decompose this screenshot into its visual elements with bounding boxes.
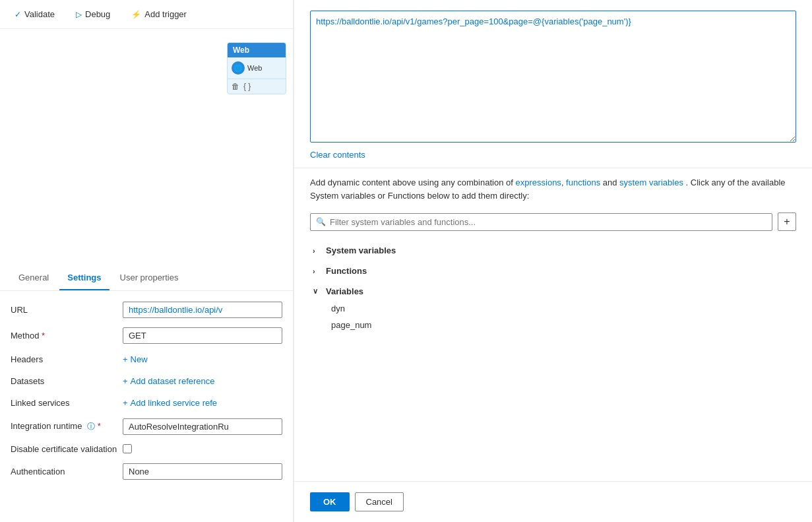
url-label: URL bbox=[11, 305, 123, 315]
clear-contents-button[interactable]: Clear contents bbox=[310, 147, 365, 162]
dynamic-info-text: Add dynamic content above using any comb… bbox=[310, 178, 513, 187]
expressions-link[interactable]: expressions bbox=[516, 178, 561, 187]
disable-cert-checkbox[interactable] bbox=[123, 444, 132, 453]
filter-row: 🔍 + bbox=[294, 207, 812, 236]
functions-link[interactable]: functions bbox=[566, 178, 600, 187]
debug-icon: ▷ bbox=[76, 10, 82, 19]
variables-header[interactable]: ∨ Variables bbox=[310, 282, 796, 300]
functions-chevron: › bbox=[313, 267, 322, 275]
linked-services-add-button[interactable]: + Add linked service refe bbox=[123, 397, 217, 409]
web-card-label: Web bbox=[247, 64, 262, 72]
url-textarea[interactable] bbox=[310, 11, 796, 143]
linked-services-label: Linked services bbox=[11, 398, 123, 408]
functions-header[interactable]: › Functions bbox=[310, 262, 796, 280]
functions-label: Functions bbox=[326, 266, 367, 276]
card-action-icons: 🗑 { } bbox=[228, 79, 286, 94]
form-area: URL Method Headers + New Datasets + Add … bbox=[0, 291, 293, 523]
plus-icon: + bbox=[123, 354, 128, 364]
tree-section-variables: ∨ Variables dyn page_num bbox=[310, 282, 796, 333]
add-trigger-label: Add trigger bbox=[144, 9, 187, 19]
tab-general[interactable]: General bbox=[11, 266, 57, 290]
headers-new-button[interactable]: + New bbox=[123, 353, 148, 366]
method-input[interactable] bbox=[123, 327, 282, 344]
web-card[interactable]: Web 🌐 Web 🗑 { } bbox=[227, 42, 286, 94]
variable-item-dyn[interactable]: dyn bbox=[328, 300, 796, 317]
search-icon: 🔍 bbox=[316, 217, 326, 226]
filter-input[interactable] bbox=[330, 217, 766, 227]
form-row-integration-runtime: Integration runtime ⓘ bbox=[11, 418, 282, 435]
form-row-method: Method bbox=[11, 327, 282, 344]
authentication-label: Authentication bbox=[11, 467, 123, 476]
system-variables-chevron: › bbox=[313, 247, 322, 255]
and-text: and bbox=[603, 178, 617, 187]
method-label: Method bbox=[11, 331, 123, 341]
variables-tree: › System variables › Functions ∨ Variabl… bbox=[294, 236, 812, 481]
globe-icon: 🌐 bbox=[232, 61, 245, 75]
validate-icon: ✓ bbox=[15, 10, 21, 19]
filter-input-container: 🔍 bbox=[310, 213, 772, 231]
debug-button[interactable]: ▷ Debug bbox=[72, 7, 114, 22]
web-card-header: Web bbox=[228, 43, 286, 57]
url-input[interactable] bbox=[123, 302, 282, 318]
web-card-body: 🌐 Web bbox=[228, 57, 286, 79]
authentication-input[interactable] bbox=[123, 463, 282, 480]
debug-label: Debug bbox=[85, 9, 110, 19]
toolbar: ✓ Validate ▷ Debug ⚡ Add trigger bbox=[0, 0, 293, 29]
variables-chevron: ∨ bbox=[313, 287, 322, 296]
bottom-actions: OK Cancel bbox=[294, 481, 812, 522]
tab-settings[interactable]: Settings bbox=[59, 266, 109, 290]
dynamic-info: Add dynamic content above using any comb… bbox=[294, 168, 812, 207]
datasets-plus-icon: + bbox=[123, 376, 128, 386]
web-card-row: 🌐 Web bbox=[232, 61, 282, 75]
cancel-button[interactable]: Cancel bbox=[355, 492, 404, 511]
left-panel: ✓ Validate ▷ Debug ⚡ Add trigger Web 🌐 W… bbox=[0, 0, 294, 522]
ok-button[interactable]: OK bbox=[310, 492, 350, 511]
add-trigger-button[interactable]: ⚡ Add trigger bbox=[127, 7, 191, 22]
variables-label: Variables bbox=[326, 286, 363, 296]
datasets-add-button[interactable]: + Add dataset reference bbox=[123, 375, 215, 387]
datasets-label: Datasets bbox=[11, 376, 123, 386]
form-row-authentication: Authentication bbox=[11, 463, 282, 480]
trigger-icon: ⚡ bbox=[131, 10, 141, 19]
tabs: General Settings User properties bbox=[0, 266, 293, 291]
form-row-linked-services: Linked services + Add linked service ref… bbox=[11, 397, 282, 409]
variables-items: dyn page_num bbox=[310, 300, 796, 333]
system-variables-header[interactable]: › System variables bbox=[310, 242, 796, 259]
integration-runtime-label: Integration runtime ⓘ bbox=[11, 421, 123, 432]
validate-label: Validate bbox=[24, 9, 55, 19]
add-variable-button[interactable]: + bbox=[778, 212, 796, 231]
url-editor-area: Clear contents bbox=[294, 0, 812, 168]
tab-user-properties[interactable]: User properties bbox=[112, 266, 187, 290]
web-area: Web 🌐 Web 🗑 { } bbox=[0, 29, 293, 266]
form-row-headers: Headers + New bbox=[11, 353, 282, 366]
form-row-disable-cert: Disable certificate validation bbox=[11, 444, 282, 454]
tree-section-functions: › Functions bbox=[310, 262, 796, 280]
tree-section-system-variables: › System variables bbox=[310, 242, 796, 259]
form-row-datasets: Datasets + Add dataset reference bbox=[11, 375, 282, 387]
code-icon[interactable]: { } bbox=[243, 82, 251, 91]
delete-icon[interactable]: 🗑 bbox=[232, 82, 239, 91]
disable-cert-label: Disable certificate validation bbox=[11, 444, 123, 454]
system-variables-link[interactable]: system variables bbox=[619, 178, 683, 187]
info-icon[interactable]: ⓘ bbox=[87, 422, 95, 431]
variable-item-page-num[interactable]: page_num bbox=[328, 317, 796, 333]
integration-runtime-input[interactable] bbox=[123, 418, 282, 435]
headers-label: Headers bbox=[11, 354, 123, 364]
right-panel: Clear contents Add dynamic content above… bbox=[294, 0, 812, 522]
form-row-url: URL bbox=[11, 302, 282, 318]
linked-plus-icon: + bbox=[123, 398, 128, 408]
validate-button[interactable]: ✓ Validate bbox=[11, 7, 59, 22]
system-variables-label: System variables bbox=[326, 245, 396, 255]
